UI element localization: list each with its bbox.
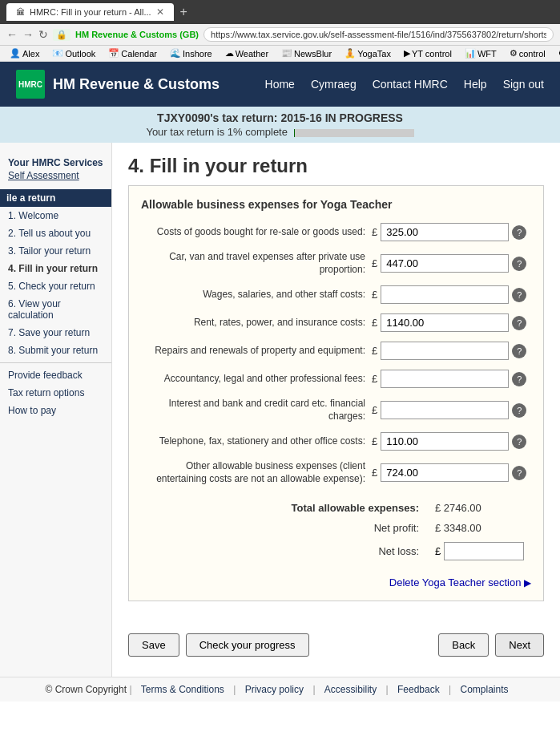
save-button[interactable]: Save — [128, 633, 179, 657]
pound-net-loss: £ — [435, 545, 441, 557]
help-icon-car[interactable]: ? — [512, 257, 526, 271]
input-car[interactable] — [381, 254, 509, 273]
status-bar: TJXY0090's tax return: 2015-16 IN PROGRE… — [0, 107, 560, 143]
nav-signout[interactable]: Sign out — [503, 78, 544, 91]
form-row-wages: Wages, salaries, and other staff costs: … — [141, 285, 531, 304]
input-group-interest: £ ? — [372, 401, 526, 419]
back-button[interactable]: ← — [6, 28, 18, 41]
input-net-loss[interactable] — [444, 542, 524, 560]
bookmark-calendar[interactable]: 📅 Calendar — [105, 47, 160, 59]
sidebar-item-submit[interactable]: 8. Submit your return — [0, 342, 111, 359]
bookmark-alex[interactable]: 👤 Alex — [6, 47, 42, 59]
sidebar-item-how-to-pay[interactable]: How to pay — [0, 402, 111, 419]
progress-bar-fill — [294, 129, 296, 137]
close-tab-button[interactable]: ✕ — [156, 6, 164, 18]
bookmark-inshore[interactable]: 🌊 Inshore — [167, 47, 216, 59]
browser-tab[interactable]: 🏛 HMRC: Fill in your return - All... ✕ — [6, 3, 174, 21]
nav-cymraeg[interactable]: Cymraeg — [311, 78, 357, 91]
help-icon-other[interactable]: ? — [512, 466, 526, 480]
next-button[interactable]: Next — [495, 633, 544, 657]
yogatax-icon: 🧘 — [344, 48, 356, 59]
sidebar-item-check[interactable]: 5. Check your return — [0, 277, 111, 295]
sidebar-item-feedback[interactable]: Provide feedback — [0, 366, 111, 384]
help-icon-repairs[interactable]: ? — [512, 344, 526, 358]
check-progress-button[interactable]: Check your progress — [186, 633, 309, 657]
tax-reference: TJXY0090's tax return: 2015-16 IN PROGRE… — [16, 111, 544, 124]
hmrc-logo-icon: HMRC — [16, 70, 45, 99]
sidebar-item-tell-us[interactable]: 2. Tell us about you — [0, 224, 111, 242]
input-wages[interactable] — [381, 285, 509, 304]
label-goods: Costs of goods bought for re-sale or goo… — [141, 226, 365, 239]
pound-repairs: £ — [372, 345, 377, 357]
refresh-button[interactable]: ↻ — [38, 28, 48, 41]
browser-chrome: 🏛 HMRC: Fill in your return - All... ✕ + — [0, 0, 560, 24]
input-group-car: £ ? — [372, 254, 526, 273]
outlook-icon: 📧 — [52, 48, 63, 59]
new-tab-button[interactable]: + — [180, 5, 187, 19]
bookmark-outlook[interactable]: 📧 Outlook — [49, 47, 99, 59]
help-icon-rent[interactable]: ? — [512, 316, 526, 330]
sidebar-item-fill-in[interactable]: 4. Fill in your return — [0, 260, 111, 277]
bookmark-wft[interactable]: 📊 WFT — [461, 47, 500, 59]
bookmark-control[interactable]: ⚙ control — [506, 47, 549, 59]
form-row-other: Other allowable business expenses (clien… — [141, 460, 531, 485]
address-bar: ← → ↻ 🔒 HM Revenue & Customs (GB) — [0, 24, 560, 46]
form-row-interest: Interest and bank and credit card etc. f… — [141, 398, 531, 423]
input-interest[interactable] — [381, 401, 509, 419]
bookmark-yt-control[interactable]: ▶ YT control — [401, 47, 455, 59]
nav-home[interactable]: Home — [265, 78, 295, 91]
form-row-telephone: Telephone, fax, stationery and other off… — [141, 432, 531, 451]
url-input[interactable] — [203, 27, 554, 42]
your-services-title: Your HMRC Services — [8, 157, 103, 168]
inshore-icon: 🌊 — [170, 48, 181, 59]
input-repairs[interactable] — [381, 342, 509, 360]
control-icon: ⚙ — [510, 48, 518, 59]
help-icon-accountancy[interactable]: ? — [512, 372, 526, 386]
forward-button[interactable]: → — [22, 28, 34, 41]
nav-help[interactable]: Help — [464, 78, 487, 91]
input-accountancy[interactable] — [381, 370, 509, 388]
bookmark-yogatax[interactable]: 🧘 YogaTax — [341, 47, 394, 59]
help-icon-telephone[interactable]: ? — [512, 435, 526, 449]
bookmark-weather[interactable]: ☁ Weather — [222, 47, 272, 59]
net-loss-label: Net loss: — [259, 545, 419, 557]
label-rent: Rent, rates, power, and insurance costs: — [141, 317, 365, 330]
sidebar-item-tailor[interactable]: 3. Tailor your return — [0, 242, 111, 260]
net-profit-value: £ 3348.00 — [435, 522, 531, 534]
form-row-rent: Rent, rates, power, and insurance costs:… — [141, 313, 531, 332]
progress-text: Your tax return is 1% complete — [16, 126, 544, 138]
footer-accessibility[interactable]: Accessibility — [324, 684, 377, 695]
net-loss-input-group: £ — [435, 542, 531, 560]
wft-icon: 📊 — [465, 48, 476, 59]
delete-section-link[interactable]: Delete Yoga Teacher section ▶ — [389, 576, 531, 588]
footer-privacy[interactable]: Privacy policy — [245, 684, 304, 695]
sidebar-heading: ile a return — [0, 189, 111, 207]
sidebar-item-save[interactable]: 7. Save your return — [0, 324, 111, 342]
sidebar-item-tax-options[interactable]: Tax return options — [0, 384, 111, 402]
footer-feedback[interactable]: Feedback — [397, 684, 440, 695]
footer-terms[interactable]: Terms & Conditions — [141, 684, 224, 695]
tab-favicon: 🏛 — [16, 7, 25, 17]
label-interest: Interest and bank and credit card etc. f… — [141, 398, 365, 423]
sidebar: Your HMRC Services Self Assessment ile a… — [0, 143, 112, 677]
help-icon-interest[interactable]: ? — [512, 403, 526, 418]
footer-complaints[interactable]: Complaints — [460, 684, 508, 695]
label-accountancy: Accountancy, legal and other professiona… — [141, 373, 365, 386]
help-icon-wages[interactable]: ? — [512, 288, 526, 302]
help-icon-goods[interactable]: ? — [512, 225, 526, 240]
self-assessment-link[interactable]: Self Assessment — [8, 170, 103, 181]
sidebar-item-view-calc[interactable]: 6. View your calculation — [0, 295, 111, 324]
input-rent[interactable] — [381, 313, 509, 332]
pound-goods: £ — [372, 226, 377, 238]
back-button[interactable]: Back — [438, 633, 489, 657]
input-group-rent: £ ? — [372, 313, 526, 332]
input-goods[interactable] — [381, 223, 509, 241]
expenses-section: Allowable business expenses for Yoga Tea… — [128, 185, 544, 601]
input-other[interactable] — [381, 463, 509, 482]
bookmark-yin[interactable]: ☯ Yin — [555, 47, 560, 59]
nav-contact[interactable]: Contact HMRC — [373, 78, 448, 91]
sidebar-item-welcome[interactable]: 1. Welcome — [0, 207, 111, 224]
total-expenses-row: Total allowable expenses: £ 2746.00 — [141, 502, 531, 514]
bookmark-newsblur[interactable]: 📰 NewsBlur — [278, 47, 335, 59]
input-telephone[interactable] — [381, 432, 509, 451]
